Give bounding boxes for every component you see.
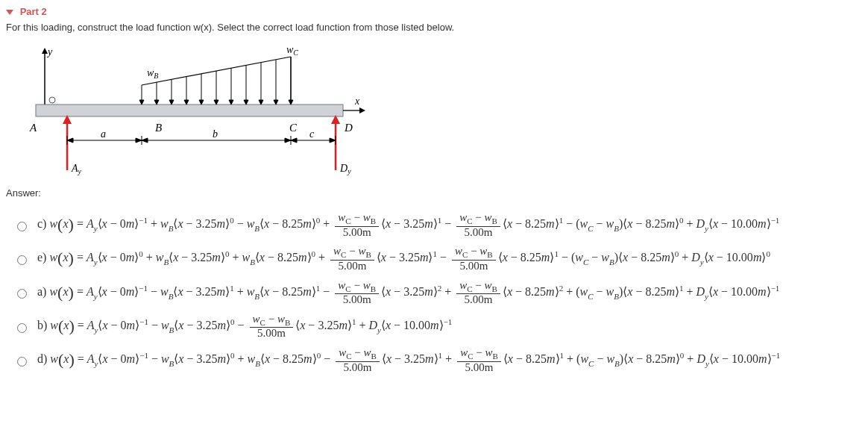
option-row: e) w(x) = Ay⟨x − 0m⟩0 + wB⟨x − 3.25m⟩0 +…	[13, 246, 862, 272]
option-row: c) w(x) = Ay⟨x − 0m⟩−1 + wB⟨x − 3.25m⟩0 …	[13, 212, 862, 238]
svg-marker-45	[291, 138, 297, 143]
option-row: a) w(x) = Ay⟨x − 0m⟩−1 − wB⟨x − 3.25m⟩1 …	[13, 280, 862, 306]
svg-point-3	[49, 97, 55, 103]
D-label: D	[344, 122, 353, 134]
svg-marker-19	[214, 100, 218, 105]
part-label: Part 2	[20, 6, 47, 17]
collapse-icon	[6, 10, 13, 15]
options-group: c) w(x) = Ay⟨x − 0m⟩−1 + wB⟨x − 3.25m⟩0 …	[13, 212, 862, 373]
svg-marker-15	[184, 100, 189, 105]
part-header: Part 2	[6, 6, 862, 17]
option-radio[interactable]	[17, 222, 27, 231]
svg-marker-27	[274, 100, 278, 105]
Ay-label: Ay	[71, 163, 82, 175]
svg-marker-1	[42, 48, 48, 54]
y-axis-label: y	[46, 46, 53, 57]
C-label: C	[289, 122, 298, 134]
option-equation: b) w(x) = Ay⟨x − 0m⟩−1 − wB⟨x − 3.25m⟩0 …	[37, 314, 452, 340]
beam-diagram: y x wB wC Ay	[22, 43, 862, 180]
Dy-label: Dy	[339, 163, 351, 175]
svg-marker-41	[142, 138, 148, 143]
option-equation: e) w(x) = Ay⟨x − 0m⟩0 + wB⟨x − 3.25m⟩0 +…	[37, 246, 770, 272]
A-label: A	[29, 122, 37, 134]
option-radio[interactable]	[17, 289, 27, 299]
svg-marker-29	[289, 100, 293, 105]
svg-marker-13	[169, 100, 174, 105]
option-radio[interactable]	[17, 357, 27, 367]
x-axis-label: x	[354, 96, 360, 107]
svg-marker-5	[359, 107, 365, 113]
option-radio[interactable]	[17, 255, 27, 265]
wC-label: wC	[286, 44, 298, 57]
svg-marker-11	[154, 100, 159, 105]
svg-marker-23	[244, 100, 248, 105]
option-equation: a) w(x) = Ay⟨x − 0m⟩−1 − wB⟨x − 3.25m⟩1 …	[37, 280, 779, 306]
svg-rect-2	[36, 105, 343, 116]
answer-label: Answer:	[6, 187, 862, 199]
dim-c: c	[309, 128, 315, 140]
svg-marker-9	[139, 100, 144, 105]
question-text: For this loading, construct the load fun…	[6, 22, 862, 33]
svg-marker-17	[199, 100, 204, 105]
option-radio[interactable]	[17, 323, 27, 333]
option-equation: c) w(x) = Ay⟨x − 0m⟩−1 + wB⟨x − 3.25m⟩0 …	[37, 212, 779, 238]
dim-a: a	[101, 128, 106, 140]
wB-label: wB	[147, 67, 158, 80]
dim-b: b	[213, 128, 218, 140]
option-row: b) w(x) = Ay⟨x − 0m⟩−1 − wB⟨x − 3.25m⟩0 …	[13, 314, 862, 340]
B-label: B	[155, 122, 162, 134]
option-row: d) w(x) = Ay⟨x − 0m⟩−1 − wB⟨x − 3.25m⟩0 …	[13, 347, 862, 373]
svg-marker-21	[229, 100, 233, 105]
svg-marker-25	[259, 100, 263, 105]
option-equation: d) w(x) = Ay⟨x − 0m⟩−1 − wB⟨x − 3.25m⟩0 …	[37, 347, 780, 373]
